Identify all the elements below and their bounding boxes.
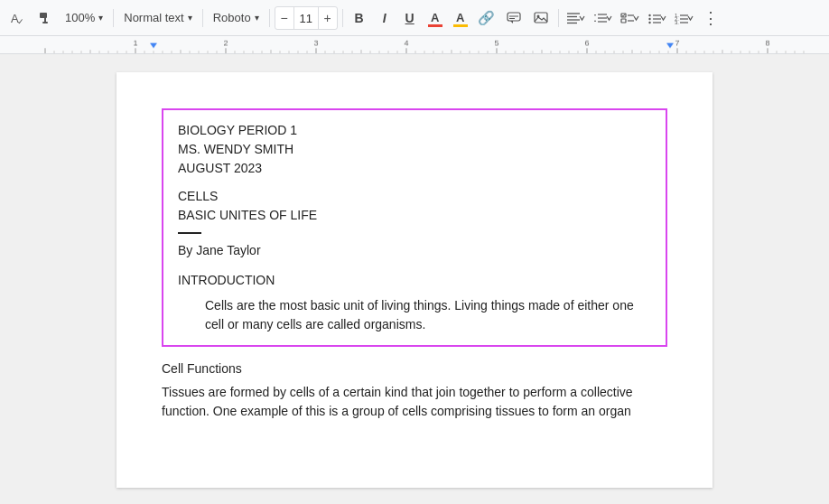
- title-line3: AUGUST 2023: [178, 159, 651, 178]
- font-label: Roboto: [213, 11, 251, 24]
- main-title-block: CELLS BASIC UNITES OF LIFE: [178, 187, 651, 225]
- author-line: By Jane Taylor: [178, 241, 651, 260]
- highlight-bar: [453, 24, 468, 27]
- font-color-label: A: [431, 11, 439, 24]
- intro-paragraph: Cells are the most basic unit of living …: [178, 296, 651, 334]
- svg-text:✓: ✓: [17, 17, 24, 25]
- bullet-list-icon[interactable]: [645, 5, 670, 31]
- zoom-dropdown[interactable]: 100% ▾: [60, 5, 108, 31]
- line-spacing-icon[interactable]: [591, 5, 616, 31]
- ruler: [0, 36, 829, 54]
- spellcheck-icon[interactable]: A ✓: [5, 5, 31, 31]
- separator: [113, 9, 114, 27]
- style-label: Normal text: [124, 11, 183, 24]
- image-icon[interactable]: [528, 5, 554, 31]
- document-page: BIOLOGY PERIOD 1 MS. WENDY SMITH AUGUST …: [116, 72, 713, 488]
- title-line1: BIOLOGY PERIOD 1: [178, 121, 651, 140]
- style-dropdown[interactable]: Normal text ▾: [118, 5, 197, 31]
- link-icon[interactable]: 🔗: [474, 5, 499, 31]
- zoom-value: 100%: [65, 11, 95, 24]
- align-icon[interactable]: [564, 5, 589, 31]
- font-size-value[interactable]: 11: [293, 7, 319, 29]
- font-dropdown[interactable]: Roboto ▾: [208, 5, 265, 31]
- divider-line: [178, 232, 201, 234]
- svg-marker-8: [510, 21, 513, 23]
- svg-rect-9: [535, 13, 547, 23]
- svg-point-22: [648, 14, 650, 15]
- more-options-icon[interactable]: ⋮: [699, 8, 722, 28]
- svg-rect-4: [42, 22, 48, 23]
- paint-format-icon[interactable]: [33, 5, 58, 31]
- separator3: [269, 9, 270, 27]
- document-area[interactable]: BIOLOGY PERIOD 1 MS. WENDY SMITH AUGUST …: [0, 54, 829, 504]
- subheading-cell-functions: Cell Functions: [162, 361, 667, 376]
- main-title-line1: CELLS: [178, 187, 651, 206]
- font-size-decrease[interactable]: −: [275, 6, 293, 30]
- separator4: [342, 9, 343, 27]
- main-title-line2: BASIC UNITES OF LIFE: [178, 206, 651, 225]
- bold-button[interactable]: B: [348, 6, 371, 30]
- body-paragraph: Tissues are formed by cells of a certain…: [162, 383, 667, 421]
- title-line2: MS. WENDY SMITH: [178, 140, 651, 159]
- ruler-canvas: [0, 36, 829, 53]
- selected-content-box[interactable]: BIOLOGY PERIOD 1 MS. WENDY SMITH AUGUST …: [162, 108, 667, 347]
- font-chevron: ▾: [255, 13, 259, 23]
- italic-button[interactable]: I: [373, 6, 396, 30]
- comment-icon[interactable]: [501, 5, 526, 31]
- font-color-button[interactable]: A: [424, 6, 447, 30]
- color-bar: [428, 24, 442, 27]
- svg-rect-20: [621, 19, 626, 23]
- title-block: BIOLOGY PERIOD 1 MS. WENDY SMITH AUGUST …: [178, 121, 651, 178]
- font-size-increase[interactable]: +: [319, 6, 337, 30]
- font-size-control: − 11 +: [275, 6, 338, 30]
- highlight-color-button[interactable]: A: [449, 6, 472, 30]
- svg-point-24: [648, 17, 650, 19]
- style-chevron: ▾: [188, 13, 192, 23]
- toolbar: A ✓ 100% ▾ Normal text ▾ Roboto ▾ − 11 +…: [0, 0, 829, 36]
- numbered-list-icon[interactable]: 1. 2. 3.: [672, 5, 697, 31]
- underline-button[interactable]: U: [398, 6, 422, 30]
- zoom-chevron: ▾: [98, 13, 103, 23]
- svg-text:3.: 3.: [675, 20, 679, 25]
- svg-point-26: [648, 21, 650, 23]
- checklist-icon[interactable]: [618, 5, 643, 31]
- separator5: [558, 9, 559, 27]
- separator2: [202, 9, 203, 27]
- section-heading: INTRODUCTION: [178, 273, 651, 287]
- highlight-label: A: [456, 11, 464, 24]
